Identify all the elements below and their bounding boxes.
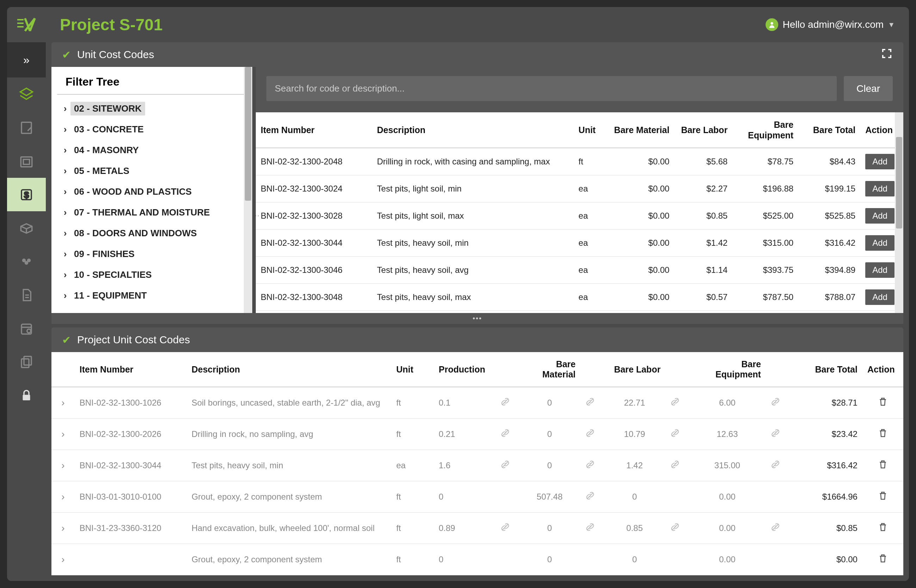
cell-item[interactable]: BNI-31-23-3360-3120 xyxy=(75,513,187,544)
cell-prod[interactable]: 0 xyxy=(434,544,495,575)
cell-desc[interactable]: Grout, epoxy, 2 component system xyxy=(187,481,392,513)
nav-note[interactable] xyxy=(7,111,46,144)
cell-mat[interactable]: 507.48 xyxy=(519,481,580,513)
col-bare-material[interactable]: Bare Material xyxy=(609,112,674,148)
unlink-icon[interactable] xyxy=(670,461,680,471)
col-bare-equipment[interactable]: Bare Equipment xyxy=(732,112,798,148)
col-bare-total[interactable]: Bare Total xyxy=(798,112,860,148)
nav-lock[interactable] xyxy=(7,378,46,412)
filter-tree-item[interactable]: ›02 - SITEWORK xyxy=(57,98,247,119)
unlink-icon[interactable] xyxy=(586,399,595,408)
cell-lab[interactable]: 22.71 xyxy=(604,387,665,418)
pcol-bare-total[interactable]: Bare Total xyxy=(789,352,863,387)
unlink-icon[interactable] xyxy=(771,399,780,408)
pcol-description[interactable]: Description xyxy=(187,352,392,387)
collapse-toggle[interactable]: ✔ xyxy=(62,48,71,61)
pcol-item-number[interactable]: Item Number xyxy=(75,352,187,387)
col-item-number[interactable]: Item Number xyxy=(256,112,372,148)
expand-row-button[interactable]: › xyxy=(52,387,75,418)
unlink-icon[interactable] xyxy=(501,524,510,533)
cell-lab[interactable]: 1.42 xyxy=(604,450,665,481)
cell-eq[interactable]: 315.00 xyxy=(689,450,766,481)
cell-unit[interactable]: ft xyxy=(392,387,434,418)
grid-scrollbar[interactable] xyxy=(895,112,903,313)
filter-tree-item[interactable]: ›05 - METALS xyxy=(57,161,247,181)
add-button[interactable]: Add xyxy=(865,154,895,170)
delete-button[interactable] xyxy=(877,431,888,440)
filter-tree-item[interactable]: ›06 - WOOD AND PLASTICS xyxy=(57,181,247,202)
unlink-icon[interactable] xyxy=(586,524,595,533)
delete-button[interactable] xyxy=(877,525,888,534)
filter-tree-item[interactable]: ›08 - DOORS AND WINDOWS xyxy=(57,223,247,244)
cell-item[interactable] xyxy=(75,544,187,575)
unlink-icon[interactable] xyxy=(670,399,680,408)
cell-unit[interactable]: ft xyxy=(392,481,434,513)
add-button[interactable]: Add xyxy=(865,262,895,278)
cell-mat[interactable]: 0 xyxy=(519,544,580,575)
expand-row-button[interactable]: › xyxy=(52,450,75,481)
cell-eq[interactable]: 0.00 xyxy=(689,481,766,513)
delete-button[interactable] xyxy=(877,462,888,472)
cell-unit[interactable]: ft xyxy=(392,544,434,575)
delete-button[interactable] xyxy=(877,493,888,503)
cell-desc[interactable]: Drilling in rock, no sampling, avg xyxy=(187,418,392,450)
pcol-bare-labor[interactable]: Bare Labor xyxy=(604,352,665,387)
cell-desc[interactable]: Soil borings, uncased, stable earth, 2-1… xyxy=(187,387,392,418)
cell-prod[interactable]: 0 xyxy=(434,481,495,513)
nav-copy[interactable] xyxy=(7,345,46,378)
nav-expand-button[interactable]: » xyxy=(7,42,46,78)
filter-tree-item[interactable]: ›11 - EQUIPMENT xyxy=(57,285,247,306)
delete-button[interactable] xyxy=(877,399,888,409)
unlink-icon[interactable] xyxy=(771,524,780,533)
fullscreen-icon[interactable] xyxy=(881,47,893,62)
add-button[interactable]: Add xyxy=(865,208,895,224)
delete-button[interactable] xyxy=(877,556,888,565)
nav-brick[interactable] xyxy=(7,211,46,245)
pcol-production[interactable]: Production xyxy=(434,352,495,387)
cell-mat[interactable]: 0 xyxy=(519,450,580,481)
unlink-icon[interactable] xyxy=(586,461,595,471)
cell-desc[interactable]: Grout, epoxy, 2 component system xyxy=(187,544,392,575)
drag-handle-icon[interactable]: ⋮ xyxy=(256,213,260,219)
cell-desc[interactable]: Test pits, heavy soil, min xyxy=(187,450,392,481)
cell-item[interactable]: BNI-02-32-1300-3044 xyxy=(75,450,187,481)
expand-row-button[interactable]: › xyxy=(52,544,75,575)
nav-layers[interactable] xyxy=(7,78,46,111)
search-input[interactable] xyxy=(266,76,837,101)
nav-calendar[interactable] xyxy=(7,312,46,345)
col-unit[interactable]: Unit xyxy=(574,112,609,148)
pcol-bare-equipment[interactable]: Bare Equipment xyxy=(689,352,766,387)
cell-prod[interactable]: 0.21 xyxy=(434,418,495,450)
cell-mat[interactable]: 0 xyxy=(519,513,580,544)
nav-team[interactable] xyxy=(7,245,46,278)
cell-prod[interactable]: 0.1 xyxy=(434,387,495,418)
unlink-icon[interactable] xyxy=(501,461,510,471)
unlink-icon[interactable] xyxy=(586,430,595,439)
pcol-unit[interactable]: Unit xyxy=(392,352,434,387)
cell-eq[interactable]: 0.00 xyxy=(689,513,766,544)
unlink-icon[interactable] xyxy=(771,461,780,471)
cell-item[interactable]: BNI-02-32-1300-2026 xyxy=(75,418,187,450)
expand-row-button[interactable]: › xyxy=(52,418,75,450)
filter-tree-item[interactable]: ›04 - MASONRY xyxy=(57,140,247,161)
cell-lab[interactable]: 0 xyxy=(604,544,665,575)
pcol-action[interactable]: Action xyxy=(863,352,903,387)
unlink-icon[interactable] xyxy=(670,430,680,439)
add-button[interactable]: Add xyxy=(865,289,895,305)
pcol-bare-material[interactable]: Bare Material xyxy=(519,352,580,387)
cell-unit[interactable]: ft xyxy=(392,513,434,544)
cell-desc[interactable]: Hand excavation, bulk, wheeled 100', nor… xyxy=(187,513,392,544)
expand-row-button[interactable]: › xyxy=(52,481,75,513)
unlink-icon[interactable] xyxy=(501,399,510,408)
filter-tree-item[interactable]: ›07 - THERMAL AND MOISTURE xyxy=(57,202,247,223)
filter-scrollbar[interactable] xyxy=(244,67,252,313)
unlink-icon[interactable] xyxy=(501,430,510,439)
cell-mat[interactable]: 0 xyxy=(519,418,580,450)
cell-lab[interactable]: 0 xyxy=(604,481,665,513)
cell-item[interactable]: BNI-02-32-1300-1026 xyxy=(75,387,187,418)
col-bare-labor[interactable]: Bare Labor xyxy=(674,112,732,148)
splitter-handle[interactable]: ••• xyxy=(52,313,903,324)
cell-lab[interactable]: 10.79 xyxy=(604,418,665,450)
filter-tree-item[interactable]: ›09 - FINISHES xyxy=(57,244,247,265)
cell-lab[interactable]: 0.85 xyxy=(604,513,665,544)
